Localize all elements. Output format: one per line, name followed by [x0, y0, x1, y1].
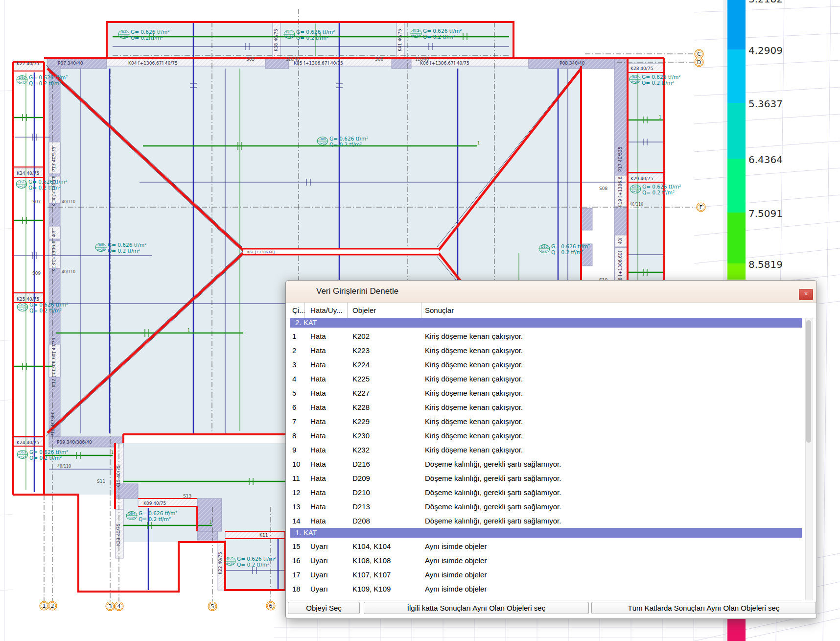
column-header-draw[interactable]: Çi... — [292, 306, 305, 314]
left-margin-grid — [0, 0, 13, 641]
results-table-header: Çi... Hata/Uy... Objeler Sonuçlar — [286, 303, 817, 318]
svg-text:D60: D60 — [631, 75, 638, 79]
result-row[interactable]: 18UyarıK109, K109Aynı isimde objeler — [290, 582, 802, 596]
svg-text:D64: D64 — [413, 29, 419, 33]
row-number: 6 — [292, 403, 296, 411]
column-header-results[interactable]: Sonuçlar — [425, 306, 454, 314]
scrollbar[interactable] — [805, 318, 813, 600]
result-row[interactable]: 6HataK228Kiriş döşeme kenarı çakışıyor. — [290, 400, 802, 414]
row-number: 18 — [292, 585, 301, 593]
select-object-button[interactable]: Objeyi Seç — [288, 602, 360, 614]
select-all-floors-button[interactable]: Tüm Katlarda Sonuçları Aynı Olan Objeler… — [591, 602, 816, 614]
row-type: Uyarı — [310, 542, 328, 550]
svg-text:D08: D08 — [97, 243, 104, 247]
svg-text:G= 0.626 tf/m²: G= 0.626 tf/m² — [551, 243, 590, 249]
row-type: Hata — [310, 502, 326, 511]
row-number: 5 — [292, 389, 296, 397]
row-message: Kiriş döşeme kenarı çakışıyor. — [425, 346, 523, 355]
select-same-floor-button[interactable]: İlgili katta Sonuçları Aynı Olan Objeler… — [364, 602, 589, 614]
plan-label: K34 40/75 — [17, 171, 39, 176]
svg-text:d=25: d=25 — [631, 190, 640, 193]
svg-text:G= 0.626 tf/m²: G= 0.626 tf/m² — [29, 302, 68, 308]
legend-value: 7.5091 — [748, 208, 783, 219]
svg-text:d=25: d=25 — [18, 80, 26, 84]
legend-value: 8.5819 — [748, 259, 783, 270]
plan-label: P12 40/300 — [50, 411, 55, 437]
svg-text:d=25: d=25 — [19, 308, 27, 311]
plan-label: 40/ — [618, 237, 623, 244]
plan-label: K41 40/75 — [397, 29, 402, 51]
column-header-type[interactable]: Hata/Uy... — [310, 306, 343, 314]
svg-text:D: D — [697, 59, 701, 66]
plan-label: 40/110 — [57, 464, 71, 469]
row-type: Hata — [310, 389, 326, 397]
result-row[interactable]: 7HataK229Kiriş döşeme kenarı çakışıyor. — [290, 414, 802, 428]
row-number: 9 — [292, 446, 296, 454]
row-object: K225 — [352, 375, 370, 383]
dialog-footer: Objeyi Seçİlgili katta Sonuçları Aynı Ol… — [288, 602, 815, 614]
dialog-titlebar[interactable]: Veri Girişlerini Denetle — [286, 281, 817, 303]
svg-text:Q= 0.2 tf/m²: Q= 0.2 tf/m² — [131, 35, 163, 41]
plan-label: 1 — [111, 451, 114, 455]
result-row[interactable]: 5HataK227Kiriş döşeme kenarı çakışıyor. — [290, 386, 802, 400]
plan-label: S09 — [32, 271, 41, 276]
row-object: K223 — [352, 346, 370, 355]
result-row[interactable]: 17UyarıK107, K107Aynı isimde objeler — [290, 568, 802, 582]
row-type: Hata — [310, 431, 326, 440]
load-tag: D51d=25G= 0.626 tf/m²Q= 0.2 tf/m² — [16, 179, 67, 190]
plan-label: P13 40/535 — [51, 146, 56, 171]
result-row[interactable]: 2HataK223Kiriş döşeme kenarı çakışıyor. — [290, 343, 802, 357]
result-row[interactable]: 14HataD208Döşeme kalınlığı, gerekli şart… — [290, 514, 802, 528]
scrollbar-thumb[interactable] — [806, 320, 811, 443]
legend-top-value: 3.2182 — [748, 0, 783, 5]
result-row[interactable]: 4HataK225Kiriş döşeme kenarı çakışıyor. — [290, 372, 802, 386]
row-type: Hata — [310, 517, 326, 525]
legend-bar — [727, 0, 746, 280]
row-type: Uyarı — [310, 585, 328, 593]
plan-label: 40/110 — [630, 202, 643, 207]
row-number: 11 — [292, 474, 300, 482]
result-row[interactable]: 9HataK232Kiriş döşeme kenarı çakışıyor. — [290, 443, 802, 457]
result-row[interactable]: 11HataD209Döşeme kalınlığı, gerekli şart… — [290, 471, 802, 485]
axis-bubble: D — [695, 58, 703, 67]
result-row[interactable]: 13HataD213Döşeme kalınlığı, gerekli şart… — [290, 499, 802, 514]
plan-label: K04 [+1306.67] 40/75 — [128, 61, 178, 66]
plan-label: K25 40/75 — [17, 297, 39, 302]
close-button[interactable]: × — [799, 289, 813, 300]
svg-text:D65: D65 — [286, 30, 292, 34]
axis-bubble: 3 — [106, 602, 115, 611]
dialog-title: Veri Girişlerini Denetle — [316, 286, 398, 296]
svg-text:Q= 0.2 tf/m²: Q= 0.2 tf/m² — [642, 190, 675, 195]
svg-text:D59: D59 — [632, 185, 638, 189]
section-header[interactable]: 2. KAT — [290, 318, 802, 328]
section-header[interactable]: 1. KAT — [290, 528, 802, 538]
svg-text:6: 6 — [269, 603, 273, 609]
result-row[interactable]: 1HataK202Kiriş döşeme kenarı çakışıyor. — [290, 329, 802, 343]
column-header-objects[interactable]: Objeler — [352, 306, 376, 314]
plan-label: 1 — [659, 115, 661, 119]
result-row[interactable]: 8HataK230Kiriş döşeme kenarı çakışıyor. — [290, 428, 802, 443]
load-tag: D53d=25G= 0.626 tf/m²Q= 0.2 tf/m² — [17, 449, 68, 461]
plan-label: S05 — [246, 57, 255, 62]
axis-bubble: 5 — [208, 602, 217, 611]
result-row[interactable]: 15UyarıK104, K104Aynı isimde objeler — [290, 539, 802, 553]
plan-label: K27 40/75 — [17, 61, 39, 66]
plan-label: K38 40/75 — [274, 29, 279, 51]
svg-text:2: 2 — [51, 603, 54, 609]
row-object: K232 — [352, 446, 370, 454]
plan-label: S13 — [183, 494, 191, 499]
row-object: K228 — [352, 403, 370, 411]
result-row[interactable]: 16UyarıK108, K108Aynı isimde objeler — [290, 553, 802, 568]
svg-text:d=25: d=25 — [412, 34, 420, 37]
row-message: Aynı isimde objeler — [425, 570, 487, 579]
row-type: Uyarı — [310, 556, 328, 565]
plan-label: 40/110 — [62, 200, 75, 204]
plan-label: 40/110 — [62, 270, 75, 274]
result-row[interactable]: 10HataD216Döşeme kalınlığı, gerekli şart… — [290, 457, 802, 471]
plan-label: S06 — [375, 57, 383, 62]
svg-text:d=25: d=25 — [120, 35, 128, 38]
result-row[interactable]: 3HataK224Kiriş döşeme kenarı çakışıyor. — [290, 357, 802, 372]
result-row[interactable]: 12HataD210Döşeme kalınlığı, gerekli şart… — [290, 485, 802, 499]
svg-text:D52: D52 — [19, 303, 25, 307]
svg-text:d=25: d=25 — [226, 562, 234, 565]
